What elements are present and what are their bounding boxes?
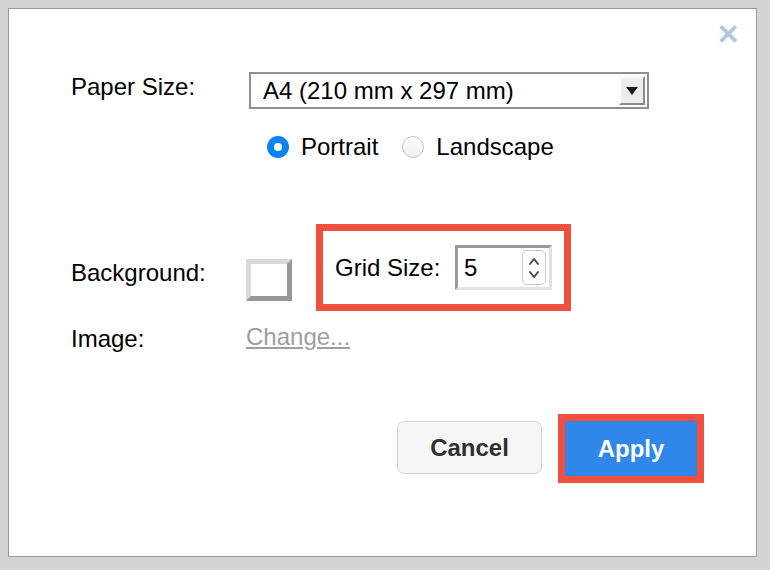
stepper-up-down-icon — [527, 254, 541, 282]
grid-size-input[interactable] — [458, 254, 522, 282]
highlight-box-grid-size: Grid Size: — [316, 224, 571, 311]
grid-size-stepper[interactable] — [522, 250, 546, 285]
portrait-radio-label[interactable]: Portrait — [301, 133, 378, 161]
paper-size-label: Paper Size: — [71, 73, 195, 101]
background-label: Background: — [71, 259, 206, 287]
background-color-swatch[interactable] — [246, 259, 292, 301]
portrait-radio[interactable] — [267, 136, 289, 158]
image-change-link[interactable]: Change... — [246, 323, 350, 351]
page-setup-dialog: ✕ Paper Size: A4 (210 mm x 297 mm) Portr… — [8, 8, 757, 557]
dropdown-arrow-icon — [626, 87, 638, 95]
paper-size-dropdown-button[interactable] — [619, 76, 645, 105]
paper-size-selected-value: A4 (210 mm x 297 mm) — [263, 77, 514, 105]
paper-size-select[interactable]: A4 (210 mm x 297 mm) — [249, 72, 649, 109]
image-label: Image: — [71, 325, 144, 353]
landscape-radio[interactable] — [402, 136, 424, 158]
landscape-radio-label[interactable]: Landscape — [436, 133, 553, 161]
grid-size-label: Grid Size: — [335, 254, 440, 282]
orientation-radio-group: Portrait Landscape — [267, 133, 554, 161]
grid-size-spinner — [455, 245, 552, 290]
cancel-button[interactable]: Cancel — [397, 421, 542, 474]
close-icon[interactable]: ✕ — [717, 21, 740, 49]
highlight-box-apply: Apply — [558, 414, 704, 483]
apply-button[interactable]: Apply — [565, 421, 697, 476]
